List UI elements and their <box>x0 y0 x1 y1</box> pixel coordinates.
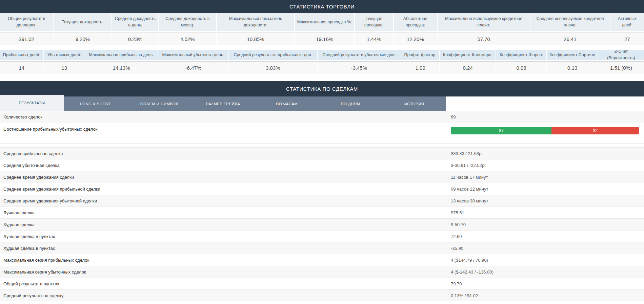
row-label: Среднее время удержания сделки <box>0 171 451 183</box>
win-loss-ratio-bar: 3732 <box>451 127 639 134</box>
table-row: Количество сделок69 <box>0 111 644 123</box>
trade-stats-tabbar: РЕЗУЛЬТАТЫLONG & SHORTОБЪЕМ И СИМВОЛРАЗМ… <box>0 96 446 111</box>
row-label: Лучшая сделка в пунктах <box>0 231 451 242</box>
trade-stats-table: Количество сделок69Соотношение прибыльны… <box>0 111 644 301</box>
stat-value-r1-8: 57.70 <box>438 33 530 45</box>
table-row: Средний результат на сделку0.13% / $1.02 <box>0 289 644 301</box>
stat-label-r1-7: Абсолютная просадка: <box>394 13 437 31</box>
row-value: 11 часов 17 минут <box>451 171 644 183</box>
stat-strip-2: Прибыльных дней:Убыточных дней:Максималь… <box>0 50 644 74</box>
stat-label-r2-10: Z-Счет (Вероятность) <box>598 50 644 60</box>
stat-value-r1-2: 0.23% <box>112 33 158 45</box>
stat-label-r2-8: Коэффициент Шарпа: <box>496 50 546 60</box>
stat-header-row-2: Прибыльных дней:Убыточных дней:Максималь… <box>0 50 644 60</box>
stat-label-r1-5: Максимальная просадка %: <box>295 13 354 31</box>
tab-результаты[interactable]: РЕЗУЛЬТАТЫ <box>0 95 64 111</box>
table-row: Максимальная серия убыточных сделок4 ($-… <box>0 266 644 278</box>
table-row: Худшая сделка в пунктах-35.90 <box>0 242 644 254</box>
tab-по-дням[interactable]: ПО ДНЯМ <box>319 96 382 111</box>
stat-label-r2-2: Максимальная прибыль за день: <box>85 50 158 60</box>
row-value: $-36.91 / -22.52pt <box>451 159 644 171</box>
tab-история[interactable]: ИСТОРИЯ <box>382 96 446 111</box>
table-row: Средняя убыточная сделка$-36.91 / -22.52… <box>0 159 644 171</box>
stat-label-r2-7: Коэффициент Кальмара: <box>440 50 496 60</box>
tab-размер-трейда[interactable]: РАЗМЕР ТРЕЙДА <box>191 96 255 111</box>
section-title: СТАТИСТИКА ПО СДЕЛКАМ <box>286 86 358 92</box>
row-label: Среднее время удержания прибыльной сделк… <box>0 183 451 195</box>
table-row: Среднее время удержания убыточной сделки… <box>0 195 644 207</box>
row-value: 09 часов 22 минут <box>451 183 644 195</box>
tab-long-short[interactable]: LONG & SHORT <box>64 96 127 111</box>
stat-value-r2-5: -3.45% <box>318 62 401 74</box>
row-value: 0.13% / $1.02 <box>451 290 644 301</box>
stat-header-row-1: Общий результат в долларах:Текущая доход… <box>0 13 644 31</box>
stat-value-r1-4: 10.85% <box>217 33 294 45</box>
spacer <box>0 74 644 81</box>
stat-value-r2-3: -6.47% <box>158 62 228 74</box>
row-value: 3732 <box>451 123 644 144</box>
stat-label-r1-1: Текущая доходность: <box>54 13 112 31</box>
row-label: Худшая сделка в пунктах <box>0 242 451 254</box>
table-row: Общий результат в пунктах79.70 <box>0 278 644 289</box>
table-row: Средняя прибыльная сделка$33.83 / 21.63p… <box>0 147 644 159</box>
stat-label-r1-10: Активных дней: <box>610 13 644 31</box>
row-value: $-50.70 <box>451 219 644 230</box>
stat-value-r2-8: 0.08 <box>496 62 546 74</box>
stat-label-r1-4: Максимальный показатель доходности: <box>217 13 294 31</box>
stat-value-r1-3: 4.52% <box>159 33 216 45</box>
row-value: 4 ($-142.43 / -136.00) <box>451 266 644 278</box>
row-label: Количество сделок <box>0 111 451 123</box>
stat-value-r1-7: 12.20% <box>394 33 437 45</box>
row-value: $33.83 / 21.63pt <box>451 148 644 159</box>
stat-label-r1-9: Среднее используемое кредитное плечо: <box>530 13 610 31</box>
trading-stats-page: СТАТИСТИКА ТОРГОВЛИ Общий результат в до… <box>0 0 644 304</box>
stat-value-r1-9: 26.41 <box>530 33 610 45</box>
section-header-trade-stats: СТАТИСТИКА ПО СДЕЛКАМ <box>0 81 644 96</box>
stat-value-r2-1: 13 <box>44 62 85 74</box>
table-row: Среднее время удержания сделки11 часов 1… <box>0 171 644 183</box>
spacer <box>0 45 644 50</box>
table-row: Лучшая сделка$75.51 <box>0 207 644 218</box>
table-spacer <box>0 143 644 147</box>
table-row: Максимальная серия прибыльных сделок4 ($… <box>0 254 644 266</box>
stat-label-r1-6: Текущая просадка: <box>355 13 393 31</box>
row-label: Соотношение прибыльных/убыточных сделок <box>0 123 451 135</box>
stat-value-r1-10: 27 <box>610 33 644 45</box>
table-row: Соотношение прибыльных/убыточных сделок3… <box>0 123 644 143</box>
row-value: -35.90 <box>451 242 644 254</box>
stat-value-r2-4: 3.83% <box>229 62 317 74</box>
section-header-trading-stats: СТАТИСТИКА ТОРГОВЛИ <box>0 0 644 13</box>
stat-value-row-2: 141314.13%-6.47%3.83%-3.45%1.090.240.080… <box>0 61 644 74</box>
row-label: Худшая сделка <box>0 219 451 230</box>
tab-по-часам[interactable]: ПО ЧАСАМ <box>255 96 319 111</box>
stat-strip-1: Общий результат в долларах:Текущая доход… <box>0 13 644 45</box>
row-label: Средняя убыточная сделка <box>0 159 451 171</box>
row-value: $75.51 <box>451 207 644 218</box>
stat-value-r2-2: 14.13% <box>85 62 158 74</box>
stat-value-r1-6: 1.44% <box>355 33 393 45</box>
win-segment: 37 <box>451 127 551 134</box>
row-value: 69 <box>451 111 644 123</box>
loss-segment: 32 <box>551 127 639 134</box>
stat-value-r2-6: 1.09 <box>401 62 439 74</box>
table-row: Среднее время удержания прибыльной сделк… <box>0 183 644 195</box>
stat-label-r1-3: Средняя доходность в месяц: <box>159 13 216 31</box>
stat-label-r2-5: Средний результат в убыточные дни: <box>318 50 401 60</box>
row-label: Среднее время удержания убыточной сделки <box>0 195 451 207</box>
stat-value-r1-5: 19.16% <box>295 33 354 45</box>
row-label: Максимальная серия убыточных сделок <box>0 266 451 278</box>
table-row: Лучшая сделка в пунктах72.60 <box>0 230 644 242</box>
row-value: 72.60 <box>451 231 644 242</box>
stat-value-r2-10: 1.51 (0%) <box>598 62 644 74</box>
stat-value-r2-7: 0.24 <box>440 62 496 74</box>
stat-value-r1-0: $91.02 <box>0 33 53 45</box>
stat-label-r2-4: Средний результат за прибыльные дни: <box>229 50 317 60</box>
row-label: Максимальная серия прибыльных сделок <box>0 254 451 266</box>
row-label: Лучшая сделка <box>0 207 451 218</box>
stat-value-r1-1: 9.25% <box>54 33 112 45</box>
tab-объем-и-символ[interactable]: ОБЪЕМ И СИМВОЛ <box>127 96 191 111</box>
stat-label-r2-1: Убыточных дней: <box>44 50 85 60</box>
stat-label-r2-3: Максимальный убыток за день: <box>158 50 228 60</box>
stat-label-r1-2: Средняя доходность в день: <box>112 13 158 31</box>
stat-label-r1-8: Максимально используемое кредитное плечо… <box>438 13 530 31</box>
